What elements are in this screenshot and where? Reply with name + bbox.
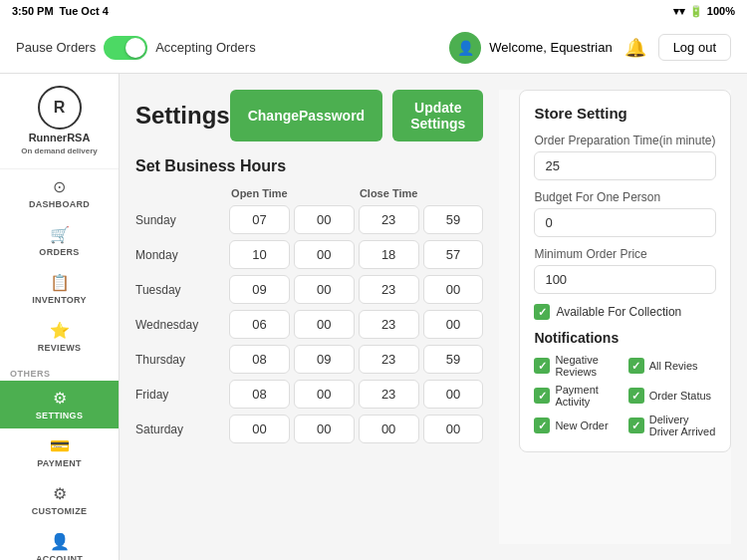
- close-hour-input[interactable]: 00: [359, 415, 419, 443]
- customize-icon: ⚙: [53, 484, 67, 503]
- notif-item: Payment Activity: [534, 384, 622, 408]
- store-setting-card: Store Setting Order Preparation Time(in …: [519, 90, 731, 452]
- sidebar-item-dashboard[interactable]: ⊙ DASHBOARD: [0, 169, 119, 217]
- prep-time-value[interactable]: 25: [534, 151, 716, 180]
- col-open-h: Open Time: [229, 187, 290, 199]
- sidebar-label-orders: ORDERS: [39, 247, 79, 257]
- hours-rows: Sunday 07 00 23 59 Monday 10 00 18 57 Tu…: [135, 205, 483, 443]
- notifications-title: Notifications: [534, 330, 716, 346]
- pause-orders-label: Pause Orders: [16, 40, 96, 55]
- close-hour-input[interactable]: 23: [359, 205, 419, 234]
- logo-name: RunnerRSA: [29, 132, 91, 143]
- prep-time-label: Order Preparation Time(in minute): [534, 134, 716, 147]
- open-min-input[interactable]: 00: [294, 275, 355, 304]
- change-password-button[interactable]: ChangePassword: [230, 90, 382, 141]
- sidebar-label-reviews: REVIEWS: [38, 343, 82, 353]
- open-hour-input[interactable]: 10: [229, 240, 290, 269]
- open-min-input[interactable]: 00: [294, 205, 355, 234]
- content-area: Settings ChangePassword Update Settings …: [120, 74, 747, 560]
- toggle-knob: [125, 38, 145, 58]
- close-min-input[interactable]: 00: [423, 415, 484, 443]
- close-min-input[interactable]: 00: [423, 380, 484, 409]
- budget-value[interactable]: 0: [534, 208, 716, 237]
- open-hour-input[interactable]: 09: [229, 275, 290, 304]
- status-date: Tue Oct 4: [60, 5, 109, 17]
- available-label: Available For Collection: [556, 305, 681, 319]
- header-buttons: ChangePassword Update Settings: [230, 90, 484, 141]
- day-label: Tuesday: [135, 283, 225, 297]
- day-label: Saturday: [135, 422, 225, 436]
- notif-checkbox[interactable]: [628, 418, 644, 433]
- page-title: Settings: [135, 102, 230, 130]
- top-bar-right: 👤 Welcome, Equestrian 🔔 Log out: [449, 32, 731, 64]
- close-hour-input[interactable]: 23: [359, 380, 419, 409]
- available-checkbox[interactable]: [534, 304, 550, 320]
- sidebar-item-customize[interactable]: ⚙ CUSTOMIZE: [0, 476, 119, 524]
- open-hour-input[interactable]: 08: [229, 380, 290, 409]
- sidebar-item-account[interactable]: 👤 ACCOUNT: [0, 524, 119, 560]
- main-layout: R RunnerRSA On demand delivery ⊙ DASHBOA…: [0, 74, 747, 560]
- close-min-input[interactable]: 59: [423, 345, 484, 374]
- open-min-input[interactable]: 00: [294, 380, 355, 409]
- welcome-text: Welcome, Equestrian: [489, 40, 612, 55]
- close-min-input[interactable]: 59: [423, 205, 484, 234]
- close-hour-input[interactable]: 23: [359, 310, 419, 339]
- notif-item: Negative Reviews: [534, 354, 622, 378]
- pause-orders-area: Pause Orders Accepting Orders: [16, 36, 256, 60]
- open-min-input[interactable]: 00: [294, 415, 355, 443]
- min-order-label: Minimum Order Price: [534, 247, 716, 261]
- sidebar-label-inventory: INVENTORY: [32, 295, 87, 305]
- close-hour-input[interactable]: 23: [359, 275, 419, 304]
- close-hour-input[interactable]: 18: [359, 240, 419, 269]
- bell-icon[interactable]: 🔔: [624, 37, 646, 59]
- sidebar-item-orders[interactable]: 🛒 ORDERS: [0, 217, 119, 265]
- notif-label: Delivery Driver Arrived: [649, 414, 716, 437]
- notif-checkbox[interactable]: [534, 388, 550, 404]
- logo-text: RunnerRSA On demand delivery: [21, 132, 97, 156]
- logout-button[interactable]: Log out: [658, 34, 731, 61]
- col-open-m: [294, 187, 355, 199]
- open-hour-input[interactable]: 08: [229, 345, 290, 374]
- open-min-input[interactable]: 00: [294, 310, 355, 339]
- account-icon: 👤: [50, 532, 70, 551]
- notif-checkbox[interactable]: [534, 358, 550, 374]
- close-min-input[interactable]: 00: [423, 310, 484, 339]
- open-min-input[interactable]: 00: [294, 240, 355, 269]
- hours-header: Open Time Close Time: [135, 187, 483, 199]
- open-hour-input[interactable]: 06: [229, 310, 290, 339]
- hours-table: Open Time Close Time Sunday 07 00 23 59 …: [135, 187, 483, 443]
- sidebar-item-settings[interactable]: ⚙ SETTINGS: [0, 381, 119, 428]
- close-hour-input[interactable]: 23: [359, 345, 419, 374]
- notif-label: Negative Reviews: [555, 354, 622, 378]
- sidebar-label-settings: SETTINGS: [36, 411, 83, 420]
- min-order-value[interactable]: 100: [534, 265, 716, 294]
- hours-row: Thursday 08 09 23 59: [135, 345, 483, 374]
- sidebar-item-payment[interactable]: 💳 PAYMENT: [0, 428, 119, 476]
- open-hour-input[interactable]: 07: [229, 205, 290, 234]
- notif-checkbox[interactable]: [628, 388, 644, 404]
- update-settings-button[interactable]: Update Settings: [392, 90, 483, 141]
- open-min-input[interactable]: 09: [294, 345, 355, 374]
- notif-label: Order Status: [649, 390, 711, 402]
- budget-label: Budget For One Person: [534, 190, 716, 204]
- notif-label: New Order: [555, 420, 608, 431]
- notif-checkbox[interactable]: [534, 418, 550, 433]
- status-bar: 3:50 PM Tue Oct 4 ▾▾ 🔋 100%: [0, 0, 747, 22]
- wifi-icon: ▾▾: [673, 5, 685, 18]
- toggle-accepting[interactable]: [104, 36, 147, 60]
- user-info: 👤 Welcome, Equestrian: [449, 32, 612, 64]
- close-min-input[interactable]: 00: [423, 275, 484, 304]
- day-label: Sunday: [135, 213, 225, 227]
- close-min-input[interactable]: 57: [423, 240, 484, 269]
- accepting-label: Accepting Orders: [155, 40, 255, 55]
- col-close-m: [423, 187, 484, 199]
- open-hour-input[interactable]: 00: [229, 415, 290, 443]
- logo-sub: On demand delivery: [21, 146, 97, 155]
- store-title: Store Setting: [534, 105, 716, 122]
- col-day: [135, 187, 225, 199]
- sidebar-item-inventory[interactable]: 📋 INVENTORY: [0, 265, 119, 313]
- notif-item: Order Status: [628, 384, 716, 408]
- sidebar-item-reviews[interactable]: ⭐ REVIEWS: [0, 313, 119, 361]
- notif-checkbox[interactable]: [628, 358, 644, 374]
- left-content: Settings ChangePassword Update Settings …: [135, 90, 499, 544]
